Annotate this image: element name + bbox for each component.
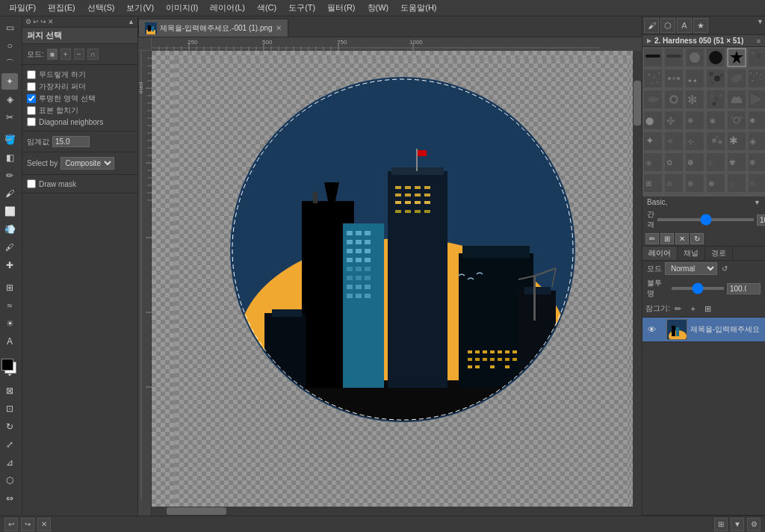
tool-fuzzy-select[interactable]: ✦ xyxy=(1,73,18,90)
minimize-btn[interactable]: ▼ xyxy=(731,518,744,531)
settings-btn[interactable]: ⚙ xyxy=(747,518,761,531)
mode-subtract-btn[interactable]: − xyxy=(74,49,84,60)
tool-heal[interactable]: ✚ xyxy=(1,257,18,273)
menu-view[interactable]: 보기(V) xyxy=(120,1,160,15)
menu-file[interactable]: 파일(F) xyxy=(3,1,42,15)
svg-point-147 xyxy=(690,52,700,63)
tab-close-btn[interactable]: ✕ xyxy=(276,24,282,32)
redo-btn[interactable]: ↪ xyxy=(21,518,34,531)
diagonal-checkbox[interactable] xyxy=(27,117,36,126)
tool-perspective[interactable]: ⬡ xyxy=(1,472,18,489)
tool-pencil[interactable]: ✏ xyxy=(1,167,18,184)
fg-color-swatch[interactable] xyxy=(1,359,13,371)
sample-merged-checkbox[interactable] xyxy=(27,106,36,115)
horizontal-scrollbar[interactable] xyxy=(152,507,633,516)
tool-shear[interactable]: ⊿ xyxy=(1,454,18,471)
select-by-dropdown[interactable]: Composite Red Green Blue xyxy=(61,157,114,170)
brush-refresh-btn[interactable]: ↻ xyxy=(690,233,704,244)
mode-replace-btn[interactable]: ■ xyxy=(47,49,58,60)
brush-dropdown-arrow[interactable]: ▼ xyxy=(754,199,761,206)
layer-opacity-slider[interactable] xyxy=(672,287,724,290)
tool-gradient[interactable]: ◧ xyxy=(1,149,18,166)
brush-edit-btn[interactable]: ✏ xyxy=(645,233,659,244)
layer-visibility-toggle[interactable]: 👁 xyxy=(645,324,657,335)
tool-clone[interactable]: ⊞ xyxy=(1,279,18,296)
spacing-slider[interactable] xyxy=(657,218,754,221)
svg-text:◉: ◉ xyxy=(645,158,652,167)
panel-undo-icon[interactable]: ↩ xyxy=(33,18,39,25)
menu-layer[interactable]: 레이어(L) xyxy=(204,1,250,15)
menu-tools[interactable]: 도구(T) xyxy=(282,1,321,15)
tool-rotate[interactable]: ↻ xyxy=(1,418,18,435)
spacing-input[interactable]: 10.0 xyxy=(757,214,765,226)
misc-dock-icon[interactable]: ★ xyxy=(693,18,708,33)
tool-text[interactable]: A xyxy=(1,333,18,350)
tool-by-color[interactable]: ◈ xyxy=(1,91,18,108)
panel-close-icon[interactable]: ▼ xyxy=(757,18,764,33)
tool-scissors[interactable]: ✂ xyxy=(1,109,18,126)
tool-paint-bucket[interactable]: 🪣 xyxy=(1,132,18,148)
brush-delete-btn[interactable]: ✕ xyxy=(675,233,689,244)
menu-window[interactable]: 창(W) xyxy=(362,1,395,15)
tool-align[interactable]: ⊠ xyxy=(1,383,18,399)
menu-image[interactable]: 이미지(I) xyxy=(160,1,204,15)
threshold-input[interactable]: 15.0 xyxy=(52,136,90,147)
delete-btn[interactable]: ✕ xyxy=(37,518,51,531)
menu-filter[interactable]: 필터(R) xyxy=(321,1,361,15)
tool-rect-select[interactable]: ▭ xyxy=(1,19,18,36)
brush-copy-btn[interactable]: ⊞ xyxy=(660,233,674,244)
window-btn[interactable]: ⊞ xyxy=(714,518,728,531)
tool-dodge[interactable]: ☀ xyxy=(1,315,18,332)
paths-tab[interactable]: 경로 xyxy=(705,247,733,260)
layer-opacity-input[interactable]: 100.0 xyxy=(727,283,761,294)
tool-airbrush[interactable]: 💨 xyxy=(1,221,18,238)
pattern-dock-icon[interactable]: ⬡ xyxy=(660,18,675,33)
svg-rect-81 xyxy=(356,267,362,271)
lock-position-btn[interactable]: + xyxy=(687,302,700,315)
svg-point-190 xyxy=(710,94,713,97)
canvas-content[interactable] xyxy=(152,51,642,516)
tool-scale[interactable]: ⤢ xyxy=(1,436,18,453)
draw-mask-checkbox[interactable] xyxy=(27,179,36,188)
canvas-viewport[interactable]: ined xyxy=(138,51,642,516)
undo-btn[interactable]: ↩ xyxy=(4,518,18,531)
lock-pixels-btn[interactable]: ✏ xyxy=(672,302,685,315)
brush-dock-icon[interactable]: 🖌 xyxy=(644,18,659,33)
tool-ellipse-select[interactable]: ○ xyxy=(1,37,18,54)
menu-select[interactable]: 선택(S) xyxy=(81,1,121,15)
lock-all-btn[interactable]: ⊞ xyxy=(701,302,715,315)
mode-add-btn[interactable]: + xyxy=(61,49,71,60)
layer-mode-select[interactable]: Normal Multiply Screen Overlay xyxy=(665,262,717,275)
tool-free-select[interactable]: ⌒ xyxy=(1,55,18,72)
menu-help[interactable]: 도움말(H) xyxy=(394,1,442,15)
canvas-tab-active[interactable]: 제목을-입력해주세요.-001 (1).png ✕ xyxy=(138,19,288,37)
tool-smudge[interactable]: ≈ xyxy=(1,297,18,314)
brush-panel-collapse[interactable]: ≡ xyxy=(757,37,761,45)
antialias-checkbox[interactable] xyxy=(27,70,36,79)
mode-intersect-btn[interactable]: ∩ xyxy=(87,49,99,60)
tool-ink[interactable]: 🖋 xyxy=(1,239,18,256)
panel-delete-icon[interactable]: ✕ xyxy=(48,18,54,25)
mode-reset-icon[interactable]: ↺ xyxy=(722,265,728,273)
feather-checkbox[interactable] xyxy=(27,82,36,91)
layer-item[interactable]: 👁 제목을-입력해주세요 xyxy=(642,318,765,342)
channels-tab[interactable]: 채널 xyxy=(678,247,705,260)
menu-edit[interactable]: 편집(E) xyxy=(42,1,81,15)
tool-paintbrush[interactable]: 🖌 xyxy=(1,185,18,202)
tool-eraser[interactable]: ⬜ xyxy=(1,203,18,220)
layer-thumbnail xyxy=(666,319,687,340)
tab-filename: 제목을-입력해주세요.-001 (1).png xyxy=(160,23,273,34)
panel-config-icon[interactable]: ⚙ xyxy=(25,18,31,25)
tool-crop[interactable]: ⊡ xyxy=(1,400,18,417)
horizontal-scrollbar-thumb[interactable] xyxy=(167,507,226,515)
vertical-scrollbar-thumb[interactable] xyxy=(634,81,641,126)
layers-tab[interactable]: 레이어 xyxy=(642,247,678,260)
brush-presets-area[interactable]: ✦✦ xyxy=(642,47,765,197)
font-dock-icon[interactable]: A xyxy=(677,18,692,33)
tool-flip[interactable]: ⇔ xyxy=(1,490,18,507)
transparent-checkbox[interactable] xyxy=(27,94,36,103)
menu-color[interactable]: 색(C) xyxy=(251,1,282,15)
panel-collapse-icon[interactable]: ▲ xyxy=(128,18,134,25)
vertical-scrollbar[interactable] xyxy=(633,51,642,516)
panel-redo-icon[interactable]: ↪ xyxy=(40,18,46,25)
